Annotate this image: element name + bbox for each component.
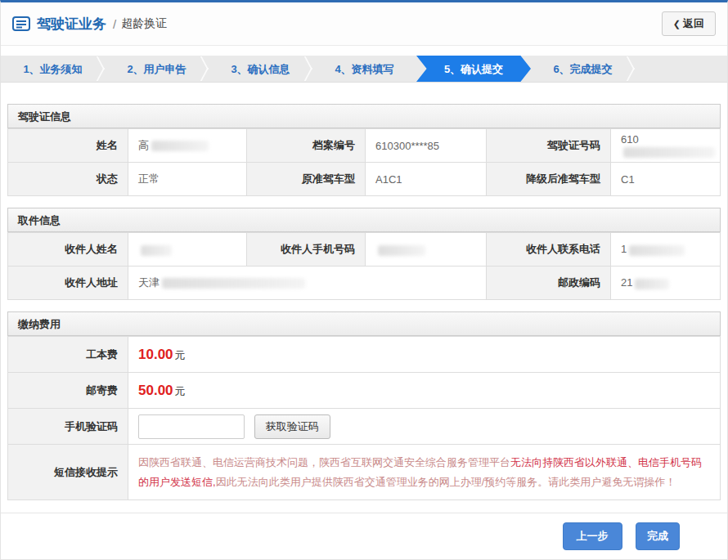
pickup-info-section-title: 取件信息 (7, 208, 721, 232)
recipient-address-label: 收件人地址 (8, 267, 128, 300)
sms-notice-label: 短信接收提示 (8, 445, 128, 500)
table-row: 状态 正常 原准驾车型 A1C1 降级后准驾车型 C1 (8, 163, 721, 196)
redaction-blur (141, 245, 172, 256)
page-subtitle: 超龄换证 (121, 16, 167, 31)
license-info-table: 姓名 高 档案编号 610300****85 驾驶证号码 610 状态 正常 原… (7, 128, 721, 196)
back-chevron-icon: ❮ (673, 19, 681, 29)
step-3-confirm-info: 3、确认信息 (209, 56, 312, 82)
notice-part-3: 因此无法向此类用户提供陕西省交通管理业务的网上办理/预约等服务。请此类用户避免无… (216, 476, 676, 488)
file-number-label: 档案编号 (247, 129, 366, 163)
name-value: 高 (128, 129, 247, 163)
redaction-blur (378, 245, 425, 256)
page-header: 驾驶证业务 / 超龄换证 ❮ 返回 (1, 2, 727, 46)
original-class-value: A1C1 (366, 163, 487, 196)
step-wizard: 1、业务须知 2、用户申告 3、确认信息 4、资料填写 5、确认提交 6、完成提… (1, 56, 727, 83)
page: 驾驶证业务 / 超龄换证 ❮ 返回 1、业务须知 2、用户申告 3、确认信息 4… (0, 0, 728, 560)
step-2-user-declaration: 2、用户申告 (105, 56, 209, 82)
postcode-label: 邮政编码 (487, 267, 611, 300)
step-6-complete-submit: 6、完成提交 (531, 56, 635, 82)
redaction-blur (162, 278, 305, 289)
step-5-confirm-submit-active: 5、确认提交 (416, 56, 531, 82)
status-value: 正常 (128, 163, 247, 196)
previous-step-button[interactable]: 上一步 (563, 522, 622, 550)
back-button-label: 返回 (683, 16, 704, 31)
post-fee-label: 邮寄费 (8, 373, 128, 409)
recipient-name-label: 收件人姓名 (8, 233, 128, 267)
pickup-info-section: 取件信息 收件人姓名 收件人手机号码 收件人联系电话 1 收件人地址 天津 邮政… (7, 208, 721, 300)
redaction-blur (635, 279, 669, 289)
fees-table: 工本费 10.00元 邮寄费 50.00元 手机验证码 获取验证码 短信接收提示… (7, 336, 721, 500)
file-number-value: 610300****85 (366, 129, 487, 163)
name-label: 姓名 (8, 129, 128, 163)
post-fee-value: 50.00元 (128, 373, 721, 409)
downgraded-class-label: 降级后准驾车型 (487, 163, 611, 196)
table-row: 邮寄费 50.00元 (8, 373, 721, 409)
page-title: 驾驶证业务 (37, 15, 106, 34)
table-row: 工本费 10.00元 (8, 337, 721, 373)
title-separator: / (113, 17, 116, 31)
table-row: 收件人地址 天津 邮政编码 21 (8, 267, 721, 300)
recipient-tel-value: 1 (611, 233, 721, 267)
footer-actions: 上一步 完成 (1, 513, 727, 550)
license-number-value: 610 (611, 129, 721, 163)
step-1-business-notice: 1、业务须知 (1, 56, 105, 82)
notice-part-1: 因陕西省联通、电信运营商技术问题，陕西省互联网交通安全综合服务管理平台 (138, 456, 510, 468)
post-fee-unit: 元 (175, 385, 186, 397)
redaction-blur (623, 147, 715, 158)
recipient-tel-label: 收件人联系电话 (487, 233, 611, 267)
recipient-mobile-label: 收件人手机号码 (247, 233, 366, 267)
finish-button[interactable]: 完成 (636, 522, 680, 550)
table-row: 短信接收提示 因陕西省联通、电信运营商技术问题，陕西省互联网交通安全综合服务管理… (8, 445, 721, 500)
table-row: 收件人姓名 收件人手机号码 收件人联系电话 1 (8, 233, 721, 267)
license-info-section: 驾驶证信息 姓名 高 档案编号 610300****85 驾驶证号码 610 状… (7, 104, 721, 196)
work-fee-value: 10.00元 (128, 337, 721, 373)
downgraded-class-value: C1 (611, 163, 721, 196)
recipient-mobile-value (366, 233, 487, 267)
step-4-fill-material: 4、资料填写 (312, 56, 416, 82)
sms-code-input[interactable] (138, 414, 245, 439)
license-number-label: 驾驶证号码 (487, 129, 611, 163)
post-fee-amount: 50.00 (138, 383, 173, 398)
work-fee-unit: 元 (175, 349, 186, 361)
pickup-info-table: 收件人姓名 收件人手机号码 收件人联系电话 1 收件人地址 天津 邮政编码 21 (7, 232, 721, 300)
recipient-address-value: 天津 (128, 267, 487, 300)
back-button[interactable]: ❮ 返回 (662, 11, 716, 36)
redaction-blur (151, 141, 209, 151)
postcode-value: 21 (611, 267, 721, 300)
work-fee-amount: 10.00 (138, 347, 173, 362)
sms-notice-cell: 因陕西省联通、电信运营商技术问题，陕西省互联网交通安全综合服务管理平台无法向持陕… (128, 445, 721, 500)
fees-section: 缴纳费用 工本费 10.00元 邮寄费 50.00元 手机验证码 获取验证码 短… (7, 311, 721, 500)
sms-code-cell: 获取验证码 (128, 409, 721, 445)
fees-section-title: 缴纳费用 (7, 311, 721, 336)
license-info-section-title: 驾驶证信息 (7, 104, 721, 128)
status-label: 状态 (8, 163, 128, 196)
original-class-label: 原准驾车型 (247, 163, 366, 196)
table-row: 姓名 高 档案编号 610300****85 驾驶证号码 610 (8, 129, 721, 163)
license-services-icon (12, 16, 30, 31)
work-fee-label: 工本费 (8, 337, 128, 373)
recipient-name-value (128, 233, 247, 267)
get-sms-code-button[interactable]: 获取验证码 (254, 414, 330, 439)
sms-notice-text: 因陕西省联通、电信运营商技术问题，陕西省互联网交通安全综合服务管理平台无法向持陕… (138, 446, 720, 499)
redaction-blur (629, 245, 685, 256)
table-row: 手机验证码 获取验证码 (8, 409, 721, 445)
sms-code-label: 手机验证码 (8, 409, 128, 445)
